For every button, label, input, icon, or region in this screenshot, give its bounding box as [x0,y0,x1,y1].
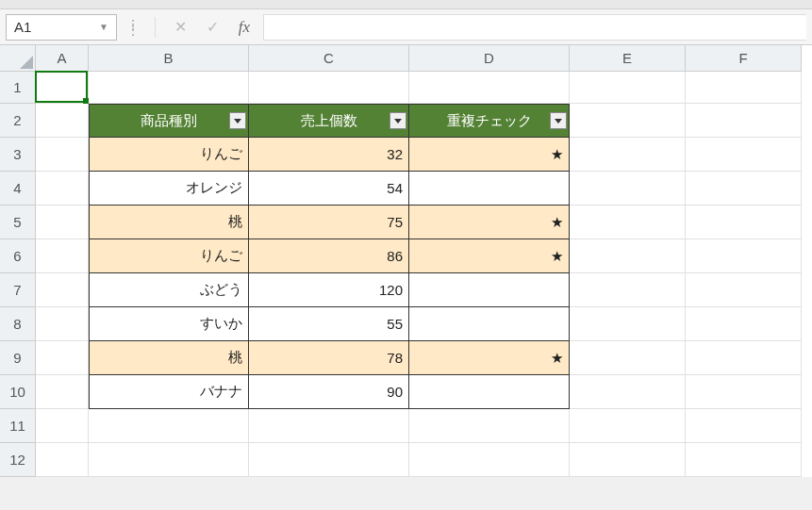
cell-A11[interactable] [36,409,89,443]
cell-C6[interactable]: 86 [249,239,409,273]
cell-D9[interactable]: ★ [409,341,570,375]
cell-B12[interactable] [89,443,249,477]
row-header-7[interactable]: 7 [0,273,36,307]
column-header-D[interactable]: D [409,45,570,72]
cell-F3[interactable] [686,138,802,172]
cell-F1[interactable] [686,72,802,104]
cell-D8[interactable] [409,307,570,341]
row-header-11[interactable]: 11 [0,409,36,443]
insert-function-button[interactable]: fx [231,15,257,40]
cell-C3[interactable]: 32 [249,138,409,172]
cell-C5[interactable]: 75 [249,206,409,239]
cell-C8[interactable]: 55 [249,307,409,341]
cell-A10[interactable] [36,375,89,409]
cell-B11[interactable] [89,409,249,443]
row-header-2[interactable]: 2 [0,104,36,138]
row-header-8[interactable]: 8 [0,307,36,341]
cell-C12[interactable] [249,443,409,477]
cell-A3[interactable] [36,138,89,172]
cell-C11[interactable] [249,409,409,443]
chevron-down-icon[interactable]: ▼ [99,22,108,32]
cell-B2[interactable]: 商品種別 [89,104,249,138]
cell-F5[interactable] [686,206,802,239]
cell-C10[interactable]: 90 [249,375,409,409]
cell-E9[interactable] [570,341,686,375]
row-header-1[interactable]: 1 [0,72,36,104]
formula-input[interactable] [263,14,806,41]
row-header-4[interactable]: 4 [0,172,36,206]
cell-E3[interactable] [570,138,686,172]
cell-B5[interactable]: 桃 [89,206,249,239]
column-header-A[interactable]: A [36,45,89,72]
cell-D12[interactable] [409,443,570,477]
filter-button[interactable] [389,112,406,129]
cell-C2[interactable]: 売上個数 [249,104,409,138]
cell-A2[interactable] [36,104,89,138]
formula-bar-resize-icon[interactable]: ⋮⋮ [123,22,143,33]
cell-E1[interactable] [570,72,686,104]
cell-B7[interactable]: ぶどう [89,273,249,307]
cell-E6[interactable] [570,239,686,273]
cell-F11[interactable] [686,409,802,443]
cell-C4[interactable]: 54 [249,172,409,206]
row-header-10[interactable]: 10 [0,375,36,409]
cell-D11[interactable] [409,409,570,443]
cell-D10[interactable] [409,375,570,409]
cell-A1[interactable] [36,72,89,104]
row-header-9[interactable]: 9 [0,341,36,375]
name-box[interactable]: A1 ▼ [6,14,117,41]
cell-D1[interactable] [409,72,570,104]
cell-E2[interactable] [570,104,686,138]
column-header-B[interactable]: B [89,45,249,72]
cell-D6[interactable]: ★ [409,239,570,273]
cell-B3[interactable]: りんご [89,138,249,172]
cell-A12[interactable] [36,443,89,477]
grid[interactable]: 商品種別売上個数重複チェックりんご32★オレンジ54桃75★りんご86★ぶどう1… [36,72,802,477]
cell-F8[interactable] [686,307,802,341]
filter-button[interactable] [550,112,567,129]
column-header-C[interactable]: C [249,45,409,72]
cell-C1[interactable] [249,72,409,104]
cell-E7[interactable] [570,273,686,307]
cell-F10[interactable] [686,375,802,409]
cell-E12[interactable] [570,443,686,477]
column-header-F[interactable]: F [686,45,802,72]
cell-A9[interactable] [36,341,89,375]
cell-E4[interactable] [570,172,686,206]
cell-F12[interactable] [686,443,802,477]
cell-F6[interactable] [686,239,802,273]
cell-D4[interactable] [409,172,570,206]
cell-C7[interactable]: 120 [249,273,409,307]
cell-A4[interactable] [36,172,89,206]
cell-A7[interactable] [36,273,89,307]
row-header-6[interactable]: 6 [0,239,36,273]
filter-button[interactable] [229,112,246,129]
cell-B6[interactable]: りんご [89,239,249,273]
cell-F7[interactable] [686,273,802,307]
select-all-corner[interactable] [0,45,36,72]
cell-D5[interactable]: ★ [409,206,570,239]
cell-D2[interactable]: 重複チェック [409,104,570,138]
row-header-5[interactable]: 5 [0,206,36,239]
cell-E8[interactable] [570,307,686,341]
row-header-12[interactable]: 12 [0,443,36,477]
cell-B9[interactable]: 桃 [89,341,249,375]
cell-F9[interactable] [686,341,802,375]
cell-A6[interactable] [36,239,89,273]
cell-B4[interactable]: オレンジ [89,172,249,206]
cell-B1[interactable] [89,72,249,104]
cell-F2[interactable] [686,104,802,138]
cell-B8[interactable]: すいか [89,307,249,341]
cell-B10[interactable]: バナナ [89,375,249,409]
cell-E11[interactable] [570,409,686,443]
cell-A8[interactable] [36,307,89,341]
cell-E10[interactable] [570,375,686,409]
cell-C9[interactable]: 78 [249,341,409,375]
cell-E5[interactable] [570,206,686,239]
cell-D7[interactable] [409,273,570,307]
cell-A5[interactable] [36,206,89,239]
row-header-3[interactable]: 3 [0,138,36,172]
column-header-E[interactable]: E [570,45,686,72]
cell-F4[interactable] [686,172,802,206]
cell-D3[interactable]: ★ [409,138,570,172]
